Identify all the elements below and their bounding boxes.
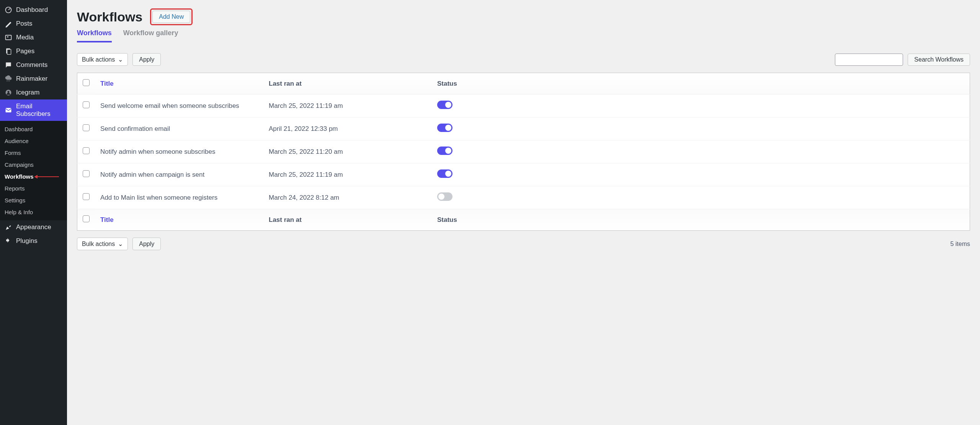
menu-dashboard[interactable]: Dashboard [0, 3, 67, 17]
menu-label: Rainmaker [16, 75, 47, 83]
search-workflows-button[interactable]: Search Workflows [908, 54, 970, 66]
status-toggle[interactable] [437, 101, 452, 109]
row-date: April 21, 2022 12:33 pm [263, 117, 432, 140]
search-input[interactable] [835, 54, 903, 66]
menu-posts[interactable]: Posts [0, 17, 67, 31]
menu-icegram[interactable]: Icegram [0, 86, 67, 99]
menu-appearance[interactable]: Appearance [0, 220, 67, 234]
menu-comments[interactable]: Comments [0, 58, 67, 72]
chevron-down-icon: ⌄ [118, 56, 123, 63]
row-date: March 24, 2022 8:12 am [263, 186, 432, 209]
toolbar-bottom: Bulk actions ⌄ Apply 5 items [77, 238, 970, 250]
comments-icon [5, 61, 12, 69]
row-date: March 25, 2022 11:19 am [263, 163, 432, 186]
bulk-actions-select[interactable]: Bulk actions ⌄ [77, 53, 128, 66]
table-row: Notify admin when campaign is sent March… [77, 163, 970, 186]
menu-rainmaker[interactable]: Rainmaker [0, 72, 67, 86]
status-toggle[interactable] [437, 192, 452, 201]
column-last-ran-footer: Last ran at [263, 209, 432, 231]
add-new-button[interactable]: Add New [152, 11, 190, 23]
apply-button-bottom[interactable]: Apply [132, 238, 161, 250]
row-title[interactable]: Send welcome email when someone subscrib… [95, 94, 263, 117]
menu-label: Appearance [16, 223, 51, 231]
submenu-forms[interactable]: Forms [0, 147, 67, 159]
tab-workflows[interactable]: Workflows [77, 29, 112, 42]
row-checkbox[interactable] [83, 124, 90, 131]
row-date: March 25, 2022 11:20 am [263, 140, 432, 163]
submenu-reports[interactable]: Reports [0, 182, 67, 194]
menu-label: Plugins [16, 237, 38, 245]
row-checkbox[interactable] [83, 170, 90, 177]
main-content: Workflows Add New Workflows Workflow gal… [67, 0, 980, 425]
bulk-actions-label: Bulk actions [82, 56, 115, 63]
row-title[interactable]: Notify admin when campaign is sent [95, 163, 263, 186]
row-checkbox[interactable] [83, 147, 90, 154]
column-title-footer[interactable]: Title [95, 209, 263, 231]
status-toggle[interactable] [437, 169, 452, 178]
row-checkbox[interactable] [83, 193, 90, 200]
item-count: 5 items [950, 241, 970, 248]
column-status-footer: Status [432, 209, 970, 231]
menu-label: Dashboard [16, 6, 48, 14]
select-all-checkbox[interactable] [83, 79, 90, 86]
menu-label: Comments [16, 61, 47, 69]
row-date: March 25, 2022 11:19 am [263, 94, 432, 117]
menu-media[interactable]: Media [0, 31, 67, 44]
svg-point-6 [8, 91, 10, 93]
tab-workflow-gallery[interactable]: Workflow gallery [123, 29, 178, 42]
rainmaker-icon [5, 75, 12, 83]
media-icon [5, 34, 12, 41]
select-all-checkbox-footer[interactable] [83, 215, 90, 222]
menu-label: Posts [16, 20, 33, 28]
submenu-settings[interactable]: Settings [0, 194, 67, 206]
arrow-indicator-icon [35, 176, 59, 177]
submenu-dashboard[interactable]: Dashboard [0, 123, 67, 135]
submenu-workflows[interactable]: Workflows [0, 171, 67, 182]
status-toggle[interactable] [437, 147, 452, 155]
submenu-audience[interactable]: Audience [0, 135, 67, 147]
icegram-icon [5, 89, 12, 96]
add-new-highlight: Add New [150, 8, 193, 25]
appearance-icon [5, 223, 12, 231]
dashboard-icon [5, 6, 12, 14]
status-toggle[interactable] [437, 124, 452, 132]
svg-rect-4 [7, 49, 11, 54]
submenu-campaigns[interactable]: Campaigns [0, 159, 67, 171]
svg-rect-2 [6, 35, 11, 40]
column-last-ran: Last ran at [263, 73, 432, 94]
page-title: Workflows [77, 10, 142, 24]
menu-label: Icegram [16, 89, 39, 96]
menu-label: Media [16, 34, 34, 41]
table-row: Notify admin when someone subscribes Mar… [77, 140, 970, 163]
column-title[interactable]: Title [95, 73, 263, 94]
menu-pages[interactable]: Pages [0, 44, 67, 58]
menu-email-subscribers[interactable]: Email Subscribers [0, 99, 67, 121]
plugins-icon [5, 237, 12, 245]
row-title[interactable]: Notify admin when someone subscribes [95, 140, 263, 163]
row-title[interactable]: Add to Main list when someone registers [95, 186, 263, 209]
submenu-help[interactable]: Help & Info [0, 206, 67, 218]
pages-icon [5, 47, 12, 55]
menu-label: Pages [16, 47, 34, 55]
menu-label: Email Subscribers [16, 103, 62, 118]
tabs: Workflows Workflow gallery [77, 29, 970, 42]
toolbar-top: Bulk actions ⌄ Apply Search Workflows [77, 53, 970, 66]
table-row: Send welcome email when someone subscrib… [77, 94, 970, 117]
table-row: Send confirmation email April 21, 2022 1… [77, 117, 970, 140]
menu-plugins[interactable]: Plugins [0, 234, 67, 248]
row-checkbox[interactable] [83, 101, 90, 108]
submenu-label: Workflows [5, 173, 34, 180]
apply-button[interactable]: Apply [132, 53, 161, 66]
submenu: Dashboard Audience Forms Campaigns Workf… [0, 121, 67, 220]
bulk-actions-select-bottom[interactable]: Bulk actions ⌄ [77, 238, 128, 250]
page-header: Workflows Add New [77, 8, 970, 25]
column-status: Status [432, 73, 970, 94]
workflows-table: Title Last ran at Status Send welcome em… [77, 73, 970, 231]
chevron-down-icon: ⌄ [118, 240, 123, 248]
bulk-actions-label: Bulk actions [82, 241, 115, 248]
email-icon [5, 106, 12, 114]
admin-sidebar: Dashboard Posts Media Pages Comments Rai… [0, 0, 67, 425]
row-title[interactable]: Send confirmation email [95, 117, 263, 140]
posts-icon [5, 20, 12, 28]
svg-point-1 [7, 36, 8, 37]
